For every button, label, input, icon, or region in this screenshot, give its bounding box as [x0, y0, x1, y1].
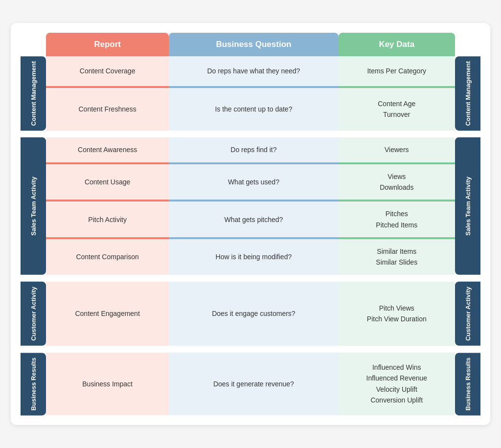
header-row: Report Business Question Key Data	[21, 33, 480, 56]
table-row: Content ComparisonHow is it being modifi…	[21, 239, 480, 275]
table-row: Content FreshnessIs the content up to da…	[21, 88, 480, 131]
report-cell: Content Usage	[46, 164, 169, 200]
report-cell: Pitch Activity	[46, 202, 169, 237]
section-label-left-customer-activity: Customer Activity	[21, 282, 46, 346]
header-question: Business Question	[169, 33, 338, 56]
keydata-cell: Content AgeTurnover	[339, 88, 455, 131]
keydata-cell: Influenced WinsInfluenced RevenueVelocit…	[339, 353, 455, 415]
section-label-left-sales-team-activity: Sales Team Activity	[21, 137, 46, 275]
question-cell: What gets pitched?	[169, 202, 338, 237]
question-cell: Does it generate revenue?	[169, 353, 338, 415]
section-label-right-content-management: Content Management	[455, 56, 480, 131]
question-cell: What gets used?	[169, 164, 338, 200]
section-gap	[21, 275, 480, 282]
report-cell: Content Engagement	[46, 282, 169, 346]
keydata-cell: Items Per Category	[339, 56, 455, 86]
header-spacer-right	[455, 33, 480, 56]
main-table: Report Business Question Key Data Conten…	[21, 33, 480, 415]
section-gap	[21, 346, 480, 353]
report-cell: Business Impact	[46, 353, 169, 415]
section-label-right-customer-activity: Customer Activity	[455, 282, 480, 346]
keydata-cell: PitchesPitched Items	[339, 202, 455, 237]
section-label-right-business-results: Business Results	[455, 353, 480, 415]
table-row: Business ResultsBusiness ImpactDoes it g…	[21, 353, 480, 415]
section-label-right-sales-team-activity: Sales Team Activity	[455, 137, 480, 275]
report-cell: Content Coverage	[46, 56, 169, 86]
table-row: Customer ActivityContent EngagementDoes …	[21, 282, 480, 346]
section-gap	[21, 131, 480, 137]
keydata-cell: ViewsDownloads	[339, 164, 455, 200]
keydata-cell: Viewers	[339, 137, 455, 162]
report-cell: Content Comparison	[46, 239, 169, 275]
question-cell: Do reps find it?	[169, 137, 338, 162]
report-cell: Content Freshness	[46, 88, 169, 131]
table-row: Content UsageWhat gets used?ViewsDownloa…	[21, 164, 480, 200]
table-row: Pitch ActivityWhat gets pitched?PitchesP…	[21, 202, 480, 237]
question-cell: Do reps have what they need?	[169, 56, 338, 86]
question-cell: How is it being modified?	[169, 239, 338, 275]
header-keydata: Key Data	[339, 33, 455, 56]
report-cell: Content Awareness	[46, 137, 169, 162]
header-spacer-left	[21, 33, 46, 56]
keydata-cell: Similar ItemsSimilar Slides	[339, 239, 455, 275]
page-wrapper: Report Business Question Key Data Conten…	[11, 23, 490, 425]
keydata-cell: Pitch ViewsPitch View Duration	[339, 282, 455, 346]
table-row: Content ManagementContent CoverageDo rep…	[21, 56, 480, 86]
section-label-left-content-management: Content Management	[21, 56, 46, 131]
table-row: Sales Team ActivityContent AwarenessDo r…	[21, 137, 480, 162]
question-cell: Is the content up to date?	[169, 88, 338, 131]
question-cell: Does it engage customers?	[169, 282, 338, 346]
section-label-left-business-results: Business Results	[21, 353, 46, 415]
header-report: Report	[46, 33, 169, 56]
